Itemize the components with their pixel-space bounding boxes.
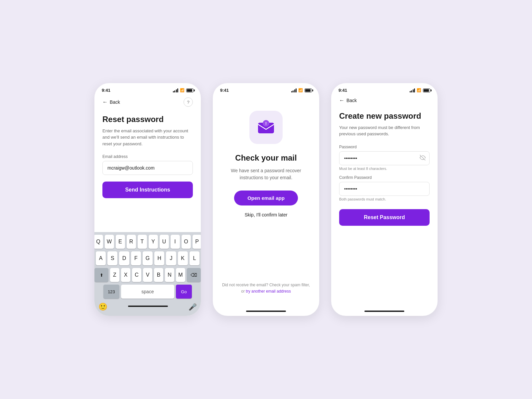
keyboard-row-4: 123 space Go	[96, 285, 200, 299]
status-time-1: 9:41	[102, 88, 110, 93]
page-subtitle-3: Your new password must be different from…	[339, 124, 430, 137]
try-another-email-link[interactable]: try another email address	[246, 289, 291, 294]
home-indicator-3	[364, 311, 404, 312]
screens-container: 9:41 📶 ← Back ? Reset password	[81, 57, 451, 342]
password-input[interactable]	[339, 151, 430, 165]
key-j[interactable]: J	[166, 251, 176, 265]
signal-icon-3	[410, 88, 415, 92]
key-m[interactable]: M	[176, 268, 185, 282]
key-p[interactable]: P	[193, 235, 201, 249]
mic-icon[interactable]: 🎤	[189, 303, 197, 311]
key-l[interactable]: L	[190, 251, 200, 265]
key-q[interactable]: Q	[94, 235, 103, 249]
key-d[interactable]: D	[119, 251, 129, 265]
screen3-content: ← Back Create new password Your new pass…	[331, 94, 438, 309]
key-v[interactable]: V	[143, 268, 152, 282]
key-u[interactable]: U	[160, 235, 169, 249]
home-indicator-2	[246, 311, 286, 312]
key-y[interactable]: Y	[149, 235, 158, 249]
battery-icon-3	[423, 88, 430, 92]
key-a[interactable]: A	[96, 251, 106, 265]
password-input-wrapper	[339, 151, 430, 165]
status-bar-1: 9:41 📶	[94, 83, 201, 94]
check-mail-desc: We have sent a password recover instruct…	[226, 167, 306, 181]
open-email-button[interactable]: Open email app	[234, 191, 298, 205]
key-b[interactable]: B	[154, 268, 163, 282]
key-h[interactable]: H	[154, 251, 164, 265]
battery-icon-2	[305, 88, 312, 92]
status-icons-3: 📶	[410, 88, 431, 92]
key-o[interactable]: O	[182, 235, 191, 249]
key-123[interactable]: 123	[103, 285, 119, 299]
back-label-1: Back	[110, 99, 120, 105]
check-mail-title: Check your mail	[235, 153, 297, 163]
signal-icon-1	[173, 88, 179, 92]
key-t[interactable]: T	[138, 235, 147, 249]
signal-icon-2	[291, 88, 297, 92]
password-hint: Must be at least 8 characters.	[339, 167, 430, 171]
key-e[interactable]: E	[116, 235, 125, 249]
svg-text:!: !	[265, 121, 267, 126]
email-label-1: Email address	[102, 154, 193, 159]
back-label-3: Back	[346, 98, 357, 103]
mail-icon-wrapper: !	[249, 111, 283, 144]
password-label: Password	[339, 145, 430, 149]
key-z[interactable]: Z	[110, 268, 119, 282]
page-subtitle-1: Enter the email associated with your acc…	[102, 128, 193, 147]
key-n[interactable]: N	[165, 268, 174, 282]
wifi-icon-1: 📶	[180, 88, 185, 92]
page-title-1: Reset password	[102, 115, 193, 124]
status-icons-2: 📶	[291, 88, 312, 92]
status-icons-1: 📶	[173, 88, 194, 92]
confirm-label: Confirm Password	[339, 175, 430, 180]
status-time-2: 9:41	[220, 88, 229, 93]
wifi-icon-2: 📶	[298, 88, 303, 92]
skip-link[interactable]: Skip, I'll confirm later	[245, 212, 288, 217]
key-delete[interactable]: ⌫	[187, 268, 201, 282]
back-button-3[interactable]: ← Back	[339, 97, 357, 103]
status-bar-3: 9:41 📶	[331, 83, 438, 94]
back-arrow-icon-1: ←	[102, 99, 108, 105]
phone-check-mail: 9:41 📶 ! Check	[213, 83, 319, 316]
wifi-icon-3: 📶	[417, 88, 421, 92]
mail-icon: !	[257, 118, 275, 137]
key-c[interactable]: C	[132, 268, 141, 282]
send-instructions-button[interactable]: Send Instructions	[102, 182, 193, 198]
phone-reset-password: 9:41 📶 ← Back ? Reset password	[94, 83, 201, 316]
keyboard: Q W E R T Y U I O P A S D F G H J K L	[94, 232, 201, 316]
keyboard-row-1: Q W E R T Y U I O P	[96, 235, 200, 249]
status-time-3: 9:41	[338, 88, 347, 93]
confirm-hint: Both passwords must match.	[339, 197, 430, 201]
emoji-icon[interactable]: 🙂	[98, 303, 107, 311]
email-input-1[interactable]	[102, 161, 193, 175]
help-button-1[interactable]: ?	[184, 97, 193, 107]
key-s[interactable]: S	[107, 251, 117, 265]
home-indicator-1	[128, 306, 168, 307]
key-g[interactable]: G	[143, 251, 153, 265]
key-go[interactable]: Go	[176, 285, 192, 299]
back-arrow-icon-3: ←	[339, 97, 344, 103]
screen2-content: ! Check your mail We have sent a passwor…	[213, 94, 319, 309]
confirm-input[interactable]	[339, 182, 430, 196]
phone-create-password: 9:41 📶 ← Back Create new password	[331, 83, 438, 316]
keyboard-row-3: ⬆ Z X C V B N M ⌫	[96, 268, 200, 282]
key-i[interactable]: I	[171, 235, 180, 249]
nav-bar-3: ← Back	[339, 97, 430, 103]
key-space[interactable]: space	[121, 285, 174, 299]
status-bar-2: 9:41 📶	[213, 83, 319, 94]
back-button-1[interactable]: ← Back	[102, 99, 120, 105]
key-w[interactable]: W	[105, 235, 114, 249]
footer-text: Did not receive the email? Check your sp…	[222, 283, 310, 287]
confirm-input-wrapper	[339, 182, 430, 196]
keyboard-row-2: A S D F G H J K L	[96, 251, 200, 265]
key-r[interactable]: R	[127, 235, 136, 249]
key-shift[interactable]: ⬆	[94, 268, 108, 282]
key-f[interactable]: F	[131, 251, 141, 265]
page-title-3: Create new password	[339, 111, 430, 121]
eye-icon[interactable]	[420, 155, 426, 162]
nav-bar-1: ← Back ?	[102, 97, 193, 107]
reset-password-button[interactable]: Reset Password	[339, 209, 430, 226]
key-x[interactable]: X	[121, 268, 130, 282]
key-k[interactable]: K	[178, 251, 188, 265]
keyboard-bottom: 🙂 🎤	[96, 301, 200, 315]
